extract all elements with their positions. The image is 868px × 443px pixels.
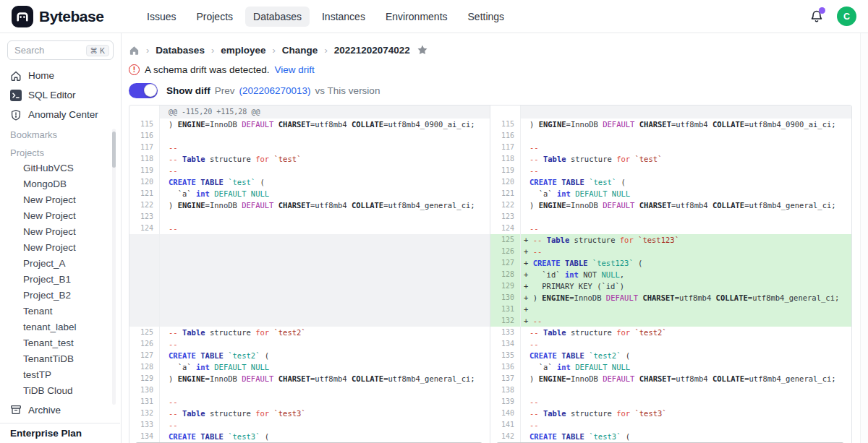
code-text: CREATE TABLE `test` ( [521, 176, 851, 188]
schema-drift-alert: ! A schema drift was detected. View drif… [129, 62, 852, 77]
sidebar-item-tenant-label[interactable]: tenant_label [0, 319, 121, 335]
sidebar-item-project-a[interactable]: Project_A [0, 256, 121, 272]
breadcrumb-item-databases[interactable]: Databases [156, 45, 205, 56]
bookmark-star-icon[interactable] [417, 44, 428, 56]
diff-line: 139-- [490, 396, 851, 408]
sidebar-item-testtp[interactable]: testTP [0, 367, 121, 383]
diff-line: 131-- [129, 396, 490, 408]
view-drift-link[interactable]: View drift [275, 64, 315, 75]
sidebar-item-sql-editor[interactable]: SQL Editor [0, 85, 121, 105]
breadcrumb-separator: › [273, 45, 276, 56]
code-text: ) ENGINE=InnoDB DEFAULT CHARSET=utf8mb4 … [521, 199, 851, 211]
sidebar-item-new-project[interactable]: New Project [0, 240, 121, 256]
breadcrumb-item-employee[interactable]: employee [221, 45, 265, 56]
sidebar-scrollbar-thumb[interactable] [112, 132, 116, 168]
code-text: ) ENGINE=InnoDB DEFAULT CHARSET=utf8mb4 … [521, 119, 851, 130]
line-number: 118 [129, 153, 160, 165]
sql-editor-icon [10, 90, 22, 101]
line-number: 119 [490, 165, 521, 176]
line-number-gutter [129, 106, 160, 119]
home-breadcrumb-icon[interactable] [129, 45, 140, 56]
code-text: -- [521, 165, 851, 176]
code-text: `a` int DEFAULT NULL [160, 188, 490, 199]
line-number: 116 [129, 130, 160, 142]
sidebar-sections: BookmarksProjectsGitHubVCSMongoDBNew Pro… [0, 124, 121, 399]
line-number: 128 [129, 361, 160, 373]
sidebar-item-home[interactable]: Home [0, 66, 121, 85]
sidebar-scrollbar-track [112, 129, 116, 405]
search-input[interactable]: Search ⌘ K [7, 40, 114, 60]
notifications-bell-icon[interactable] [809, 9, 824, 24]
line-number: 126 [490, 246, 521, 257]
breadcrumb-item-20221202074022[interactable]: 20221202074022 [334, 45, 410, 56]
bytebase-logo-icon [12, 6, 33, 27]
search-shortcut-badge: ⌘ K [86, 45, 109, 56]
archive-icon [10, 404, 22, 416]
diff-line: 133-- [129, 419, 490, 431]
schema-diff-viewer: @@ -115,20 +115,28 @@115) ENGINE=InnoDB … [129, 105, 852, 443]
sidebar-item-new-project[interactable]: New Project [0, 224, 121, 240]
breadcrumb-items: ›Databases›employee›Change›2022120207402… [146, 45, 410, 56]
diff-right-pane: 115) ENGINE=InnoDB DEFAULT CHARSET=utf8m… [490, 106, 851, 443]
nav-item-settings[interactable]: Settings [460, 7, 513, 27]
sidebar-item-anomaly-center[interactable]: Anomaly Center [0, 105, 121, 124]
sidebar-item-mongodb[interactable]: MongoDB [0, 176, 121, 192]
diff-line: 135CREATE TABLE `test2` ( [490, 350, 851, 361]
sidebar-item-project-b1[interactable]: Project_B1 [0, 272, 121, 288]
line-number: 131 [490, 304, 521, 315]
code-text: -- Table structure for `test2` [521, 327, 851, 338]
sidebar-item-project-b2[interactable]: Project_B2 [0, 288, 121, 304]
sidebar-item-tidb-cloud[interactable]: TiDB Cloud [0, 383, 121, 399]
diff-gap-code [160, 234, 490, 327]
code-text: -- [521, 142, 851, 153]
line-number: 131 [129, 396, 160, 408]
code-text: -- [160, 338, 490, 350]
sidebar-item-archive[interactable]: Archive [0, 400, 120, 419]
line-number: 134 [129, 431, 160, 442]
diff-line-added: 132+ -- [490, 315, 851, 327]
code-text: + -- Table structure for `test123` [521, 234, 851, 246]
plan-badge: Enterprise Plan [0, 423, 120, 443]
nav-item-databases[interactable]: Databases [245, 7, 310, 27]
line-number-gutter [490, 106, 521, 119]
sidebar-item-new-project[interactable]: New Project [0, 208, 121, 224]
sidebar-item-label: Anomaly Center [28, 109, 98, 120]
brand-name: Bytebase [39, 8, 103, 25]
code-text: ) ENGINE=InnoDB DEFAULT CHARSET=utf8mb4 … [521, 373, 851, 384]
diff-line: 128 `a` int DEFAULT NULL [129, 361, 490, 373]
sidebar-item-tenant-test[interactable]: Tenant_test [0, 335, 121, 351]
nav-item-projects[interactable]: Projects [188, 7, 241, 27]
line-number: 127 [129, 350, 160, 361]
nav-item-issues[interactable]: Issues [139, 7, 184, 27]
nav-item-environments[interactable]: Environments [378, 7, 456, 27]
sidebar-item-tenanttidb[interactable]: TenantTiDB [0, 351, 121, 367]
code-text [160, 130, 490, 142]
diff-line-added: 131+ [490, 304, 851, 315]
sidebar-item-new-project[interactable]: New Project [0, 192, 121, 208]
sidebar-item-tenant[interactable]: Tenant [0, 304, 121, 319]
code-text: + PRIMARY KEY (`id`) [521, 280, 851, 292]
line-number: 120 [490, 176, 521, 188]
line-number: 135 [490, 350, 521, 361]
diff-line: 118-- Table structure for `test` [129, 153, 490, 165]
sidebar-item-githubvcs[interactable]: GitHubVCS [0, 160, 121, 176]
sidebar-item-label: Home [28, 70, 54, 81]
show-diff-toggle[interactable] [129, 83, 158, 98]
diff-line-added: 127+ CREATE TABLE `test123` ( [490, 257, 851, 269]
user-avatar[interactable]: C [837, 7, 856, 26]
line-number: 121 [129, 188, 160, 199]
archive-label: Archive [28, 405, 61, 416]
sidebar-nav: HomeSQL EditorAnomaly Center [0, 66, 121, 124]
line-number: 127 [490, 257, 521, 269]
line-number: 115 [490, 119, 521, 130]
breadcrumb-item-change[interactable]: Change [282, 45, 318, 56]
code-text: -- [521, 419, 851, 431]
prev-version-link[interactable]: (202206270013) [239, 85, 311, 96]
line-number: 117 [490, 142, 521, 153]
diff-line: 129) ENGINE=InnoDB DEFAULT CHARSET=utf8m… [129, 373, 490, 384]
code-text: + CREATE TABLE `test123` ( [521, 257, 851, 269]
line-number: 132 [490, 315, 521, 327]
nav-item-instances[interactable]: Instances [314, 7, 373, 27]
diff-line: 134CREATE TABLE `test3` ( [129, 431, 490, 442]
bytebase-logo[interactable]: Bytebase [12, 6, 129, 27]
